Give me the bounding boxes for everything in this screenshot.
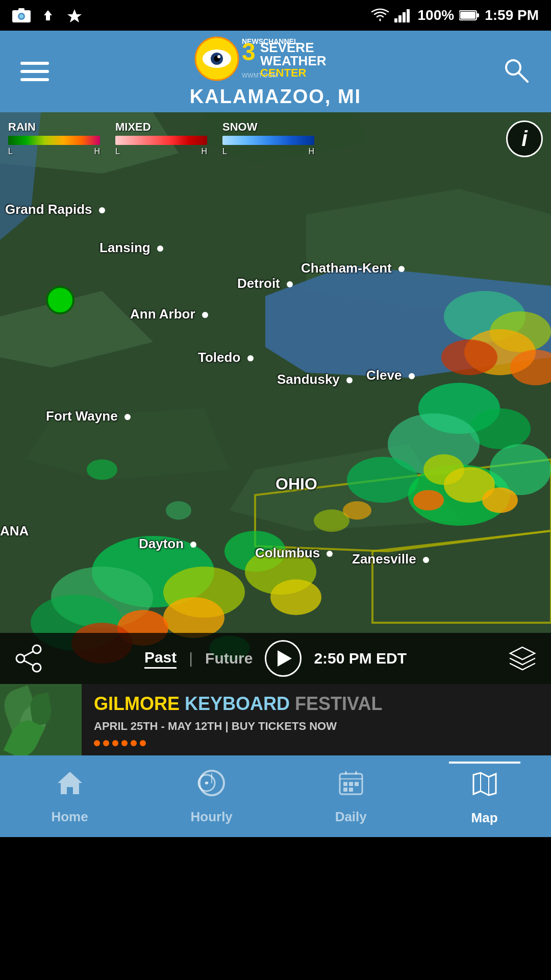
city-grand-rapids: Grand Rapids [5, 202, 105, 217]
app-header: NEWSCHANNEL 3 SEVERE WEATHER CENTER WWMT… [0, 31, 551, 112]
weather-map[interactable]: RAIN LH MIXED LH SNOW LH i Grand Rapids … [0, 112, 551, 684]
future-button[interactable]: Future [205, 650, 253, 667]
svg-point-50 [87, 459, 117, 480]
playback-time: 2:50 PM EDT [314, 650, 407, 667]
svg-point-62 [205, 781, 208, 785]
nav-home-label: Home [51, 809, 88, 825]
snow-bar [222, 136, 314, 145]
nav-hourly[interactable]: Hourly [170, 763, 253, 830]
status-info: 100% 1:59 PM [371, 7, 539, 23]
nav-map-label: Map [471, 810, 498, 826]
city-cleveland: Cleve [366, 368, 415, 383]
city-ann-arbor: Ann Arbor [130, 306, 208, 322]
status-icons [12, 8, 84, 22]
station-logo: NEWSCHANNEL 3 SEVERE WEATHER CENTER WWMT… [194, 36, 357, 82]
share-icon [14, 644, 43, 673]
ad-festival: FESTIVAL [290, 693, 382, 714]
upload-icon [39, 8, 57, 22]
city-lansing: Lansing [99, 240, 163, 256]
signal-icon [394, 8, 413, 22]
photo-icon [12, 8, 31, 22]
mixed-legend: MIXED LH [115, 120, 207, 156]
menu-line-3 [20, 78, 49, 81]
nav-daily[interactable]: Daily [315, 763, 387, 830]
ad-decoration-dots [94, 740, 539, 746]
svg-rect-9 [460, 12, 475, 19]
hourly-icon [196, 768, 227, 805]
svg-rect-10 [477, 13, 479, 17]
ad-dot-2 [103, 740, 109, 746]
ad-content: GILMORE KEYBOARD FESTIVAL APRIL 25TH - M… [82, 685, 551, 754]
bottom-navigation: Home Hourly [0, 755, 551, 837]
map-background [0, 112, 551, 684]
city-dayton: Dayton [139, 536, 196, 552]
ad-dot-5 [131, 740, 137, 746]
mixed-label: MIXED [115, 120, 207, 134]
svg-rect-4 [394, 18, 397, 22]
ad-dot-3 [112, 740, 118, 746]
logo: NEWSCHANNEL 3 SEVERE WEATHER CENTER WWMT… [190, 36, 361, 108]
search-button[interactable] [502, 56, 531, 87]
play-button[interactable] [265, 640, 302, 677]
svg-rect-70 [343, 788, 347, 792]
city-ohio: OHIO [276, 475, 317, 494]
svg-point-49 [441, 339, 497, 375]
svg-line-59 [24, 661, 33, 666]
svg-rect-7 [407, 9, 410, 22]
current-location-dot[interactable] [46, 286, 74, 314]
svg-point-56 [33, 664, 41, 672]
menu-line-2 [20, 70, 49, 73]
ad-dot-1 [94, 740, 100, 746]
svg-point-33 [482, 487, 518, 513]
svg-point-2 [19, 14, 23, 18]
nav-daily-label: Daily [335, 809, 367, 825]
ad-image [0, 684, 82, 755]
spark-icon [65, 8, 84, 22]
info-button[interactable]: i [506, 120, 543, 157]
svg-point-28 [347, 457, 418, 503]
menu-button[interactable] [20, 62, 49, 81]
radar-legend: RAIN LH MIXED LH SNOW LH [8, 120, 314, 156]
svg-point-55 [33, 645, 41, 653]
city-ana: ANA [0, 523, 29, 539]
city-sandusky: Sandusky [277, 372, 353, 387]
svg-point-57 [16, 654, 24, 663]
city-columbus: Columbus [255, 545, 333, 561]
search-icon [502, 56, 531, 85]
advertisement-banner[interactable]: GILMORE KEYBOARD FESTIVAL APRIL 25TH - M… [0, 684, 551, 755]
layers-button[interactable] [504, 640, 541, 677]
mixed-bar [115, 136, 207, 145]
svg-rect-71 [349, 788, 353, 792]
menu-line-1 [20, 62, 49, 65]
svg-rect-67 [343, 782, 347, 786]
city-fort-wayne: Fort Wayne [46, 408, 131, 424]
city-toledo: Toledo [198, 350, 254, 365]
city-detroit: Detroit [237, 276, 293, 291]
rain-legend: RAIN LH [8, 120, 100, 156]
share-button[interactable] [10, 640, 47, 677]
home-icon [55, 768, 85, 805]
svg-rect-68 [349, 782, 353, 786]
nav-hourly-label: Hourly [190, 809, 232, 825]
svg-point-15 [217, 55, 220, 58]
ad-keyboard: KEYBOARD [180, 693, 290, 714]
rain-lh: LH [8, 147, 100, 156]
status-bar: 100% 1:59 PM [0, 0, 551, 31]
nav-home[interactable]: Home [31, 763, 108, 830]
nav-map[interactable]: Map [449, 762, 520, 831]
ad-dot-4 [121, 740, 128, 746]
timeline-separator: | [189, 650, 193, 667]
svg-rect-6 [403, 12, 406, 22]
battery-label: 100% [418, 7, 455, 23]
time-display: 1:59 PM [485, 7, 539, 23]
city-chatham-kent: Chatham-Kent [301, 260, 405, 276]
svg-rect-3 [18, 8, 24, 11]
svg-text:3: 3 [242, 38, 255, 65]
snow-label: SNOW [222, 120, 314, 134]
svg-line-23 [518, 72, 528, 82]
svg-point-39 [163, 597, 224, 638]
location-title: KALAMAZOO, MI [190, 86, 361, 108]
svg-point-34 [413, 490, 444, 510]
past-button[interactable]: Past [144, 649, 177, 669]
wifi-icon [371, 8, 389, 22]
